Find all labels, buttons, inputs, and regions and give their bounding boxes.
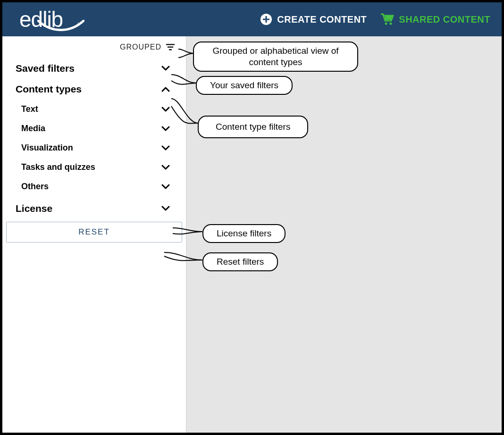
callout-saved-filters: Your saved filters xyxy=(196,76,293,95)
callout-reset: Reset filters xyxy=(202,252,278,271)
app-window: edlib CREATE CONTENT xyxy=(2,2,502,433)
shared-content-button[interactable]: SHARED CONTENT xyxy=(381,13,490,25)
svg-rect-7 xyxy=(168,47,173,48)
header-actions: CREATE CONTENT SHARED CONTENT xyxy=(260,13,490,25)
callout-pointer-icon xyxy=(171,227,204,237)
chevron-down-icon xyxy=(161,107,170,112)
callout-pointer-icon xyxy=(170,73,198,89)
reset-button[interactable]: RESET xyxy=(6,222,182,243)
app-header: edlib CREATE CONTENT xyxy=(2,2,502,36)
shared-content-label: SHARED CONTENT xyxy=(399,14,490,25)
cart-icon xyxy=(381,13,394,25)
plus-circle-icon xyxy=(260,13,272,25)
content-type-others[interactable]: Others xyxy=(21,177,180,196)
chevron-down-icon xyxy=(161,184,170,190)
svg-rect-8 xyxy=(169,49,172,50)
saved-filters-section[interactable]: Saved filters xyxy=(16,58,180,79)
content-type-text[interactable]: Text xyxy=(21,100,180,119)
svg-rect-2 xyxy=(263,19,269,20)
chevron-down-icon xyxy=(161,66,170,71)
chevron-down-icon xyxy=(161,165,170,170)
filter-list-icon xyxy=(166,44,175,50)
content-type-tasks[interactable]: Tasks and quizzes xyxy=(21,158,180,177)
filter-list: Saved filters Content types Text xyxy=(2,58,186,219)
grouped-toggle[interactable]: GROUPED xyxy=(2,41,186,58)
chevron-down-icon xyxy=(161,145,170,151)
svg-rect-6 xyxy=(166,44,175,45)
logo: edlib xyxy=(19,7,63,32)
callout-grouped: Grouped or alphabetical view of content … xyxy=(193,42,358,72)
content-types-sublist: Text Media Visualization Tasks and quizz… xyxy=(16,100,180,198)
content-type-label: Others xyxy=(21,182,49,192)
create-content-button[interactable]: CREATE CONTENT xyxy=(260,13,367,25)
content-types-label: Content types xyxy=(16,84,82,95)
content-types-section[interactable]: Content types xyxy=(16,79,180,100)
callout-pointer-icon xyxy=(163,251,204,264)
content-type-label: Visualization xyxy=(21,143,73,153)
create-content-label: CREATE CONTENT xyxy=(277,14,367,25)
content-type-label: Tasks and quizzes xyxy=(21,162,95,172)
callout-pointer-icon xyxy=(170,97,200,129)
callout-content-types: Content type filters xyxy=(198,116,308,138)
license-section[interactable]: License xyxy=(16,198,180,219)
chevron-up-icon xyxy=(161,86,170,92)
callout-license: License filters xyxy=(202,224,286,243)
content-type-label: Media xyxy=(21,124,45,134)
saved-filters-label: Saved filters xyxy=(16,63,75,74)
content-type-visualization[interactable]: Visualization xyxy=(21,138,180,158)
svg-point-3 xyxy=(385,22,387,25)
logo-swoosh-icon xyxy=(37,20,84,33)
grouped-label: GROUPED xyxy=(120,43,161,51)
content-type-media[interactable]: Media xyxy=(21,119,180,138)
svg-point-4 xyxy=(390,22,392,25)
chevron-down-icon xyxy=(161,206,170,211)
filter-sidebar: GROUPED Saved filters Content types xyxy=(2,36,186,433)
reset-label: RESET xyxy=(78,227,110,236)
chevron-down-icon xyxy=(161,126,170,132)
license-label: License xyxy=(16,203,52,214)
svg-rect-5 xyxy=(385,16,392,20)
content-type-label: Text xyxy=(21,104,38,114)
